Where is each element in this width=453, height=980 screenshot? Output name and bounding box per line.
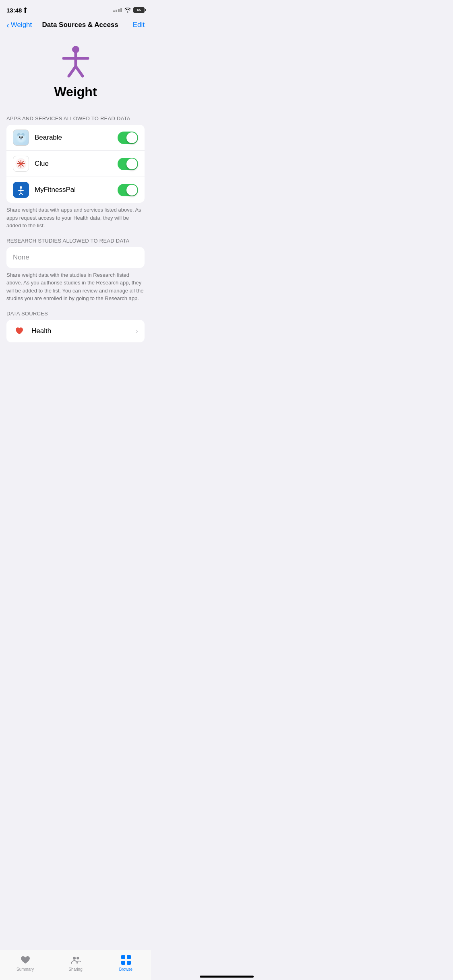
bearable-toggle[interactable] xyxy=(118,132,138,144)
data-sources-label: DATA SOURCES xyxy=(0,311,151,320)
signal-icon xyxy=(113,8,122,12)
nav-title: Data Sources & Access xyxy=(35,21,125,29)
status-bar: 13:48 65 xyxy=(0,0,151,18)
battery-icon: 65 xyxy=(133,7,145,13)
toggle-thumb xyxy=(126,185,137,196)
bearable-row: Bearable xyxy=(6,125,145,151)
back-button[interactable]: ‹ Weight xyxy=(6,21,32,29)
apps-section: APPS AND SERVICES ALLOWED TO READ DATA xyxy=(0,115,151,230)
bearable-label: Bearable xyxy=(35,134,118,142)
apps-card: Bearable xyxy=(6,125,145,203)
toggle-thumb xyxy=(126,159,137,169)
apps-caption: Share weight data with apps and services… xyxy=(0,203,151,230)
toggle-thumb xyxy=(126,132,137,143)
myfp-row: MyFitnessPal xyxy=(6,177,145,203)
research-section-label: RESEARCH STUDIES ALLOWED TO READ DATA xyxy=(0,238,151,247)
data-sources-section: DATA SOURCES Health › xyxy=(0,311,151,342)
health-label: Health xyxy=(31,327,136,335)
location-icon xyxy=(23,7,27,13)
research-card: None xyxy=(6,247,145,268)
bearable-icon xyxy=(13,130,29,146)
edit-button[interactable]: Edit xyxy=(128,21,145,29)
status-time: 13:48 xyxy=(6,7,27,14)
research-caption: Share weight data with the studies in Re… xyxy=(0,268,151,303)
svg-point-19 xyxy=(20,163,22,165)
nav-bar: ‹ Weight Data Sources & Access Edit xyxy=(0,18,151,34)
myfp-toggle[interactable] xyxy=(118,184,138,196)
svg-line-3 xyxy=(69,66,76,76)
scroll-content: Weight APPS AND SERVICES ALLOWED TO READ… xyxy=(0,34,151,383)
clue-row: Clue xyxy=(6,151,145,177)
clue-label: Clue xyxy=(35,160,118,168)
hero-section: Weight xyxy=(0,34,151,107)
none-row: None xyxy=(6,247,145,268)
person-icon xyxy=(60,43,92,80)
svg-point-10 xyxy=(21,136,23,138)
status-icons: 65 xyxy=(113,7,145,13)
health-app-icon xyxy=(13,325,26,338)
svg-point-13 xyxy=(21,138,22,139)
svg-point-9 xyxy=(19,136,21,138)
svg-line-4 xyxy=(76,66,83,76)
apps-section-label: APPS AND SERVICES ALLOWED TO READ DATA xyxy=(0,115,151,125)
chevron-left-icon: ‹ xyxy=(6,21,9,29)
myfp-icon xyxy=(13,182,29,198)
research-section: RESEARCH STUDIES ALLOWED TO READ DATA No… xyxy=(0,238,151,303)
health-row[interactable]: Health › xyxy=(6,320,145,342)
chevron-right-icon: › xyxy=(136,327,138,335)
clue-toggle[interactable] xyxy=(118,158,138,170)
wifi-icon xyxy=(124,8,131,12)
clue-icon xyxy=(13,156,29,172)
myfp-label: MyFitnessPal xyxy=(35,186,118,194)
svg-point-12 xyxy=(20,138,21,139)
hero-title: Weight xyxy=(54,84,97,99)
data-sources-card: Health › xyxy=(6,320,145,342)
